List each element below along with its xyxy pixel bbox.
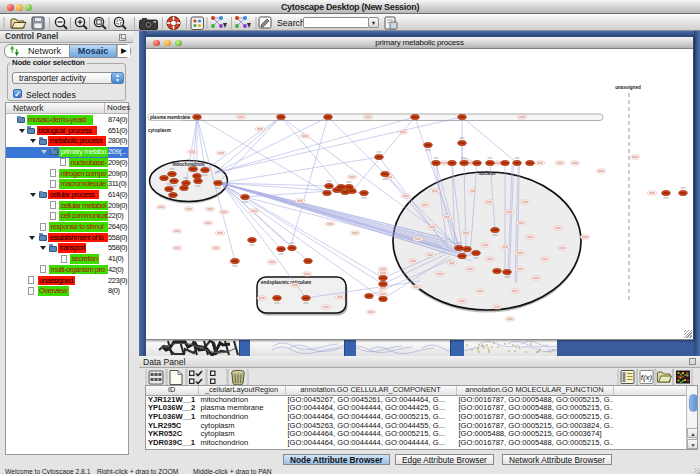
svg-text:plasma membrane: plasma membrane	[150, 115, 191, 120]
svg-text:f(x): f(x)	[641, 373, 653, 382]
svg-text:cytoplasm: cytoplasm	[148, 128, 171, 133]
svg-text:nucleus: nucleus	[478, 171, 496, 176]
svg-text:endoplasmic reticulum: endoplasmic reticulum	[261, 280, 311, 285]
svg-text:unassigned: unassigned	[615, 85, 641, 90]
